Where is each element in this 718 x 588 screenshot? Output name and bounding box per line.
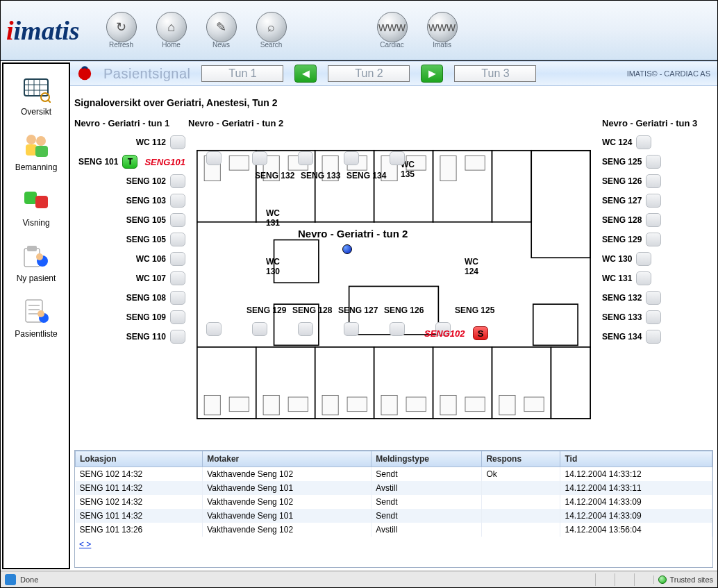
svg-rect-62 <box>440 395 456 414</box>
imatis-icon: www <box>427 12 458 42</box>
svg-rect-58 <box>322 395 338 414</box>
side-ny-pasient-icon <box>19 240 53 271</box>
room-status-chip[interactable] <box>646 174 661 188</box>
column-head-left: Nevro - Geriatri - tun 1 <box>74 118 185 128</box>
room-status-chip[interactable] <box>170 310 185 324</box>
room-status-chip[interactable] <box>646 213 661 227</box>
room-status-chip[interactable] <box>170 135 185 149</box>
fp-chip-6[interactable] <box>206 322 222 336</box>
news-icon: ✎ <box>206 12 237 42</box>
fp-room-seng129: SENG 129 <box>247 305 286 315</box>
col-lokasjon[interactable]: Lokasjon <box>76 451 203 467</box>
room-status-chip[interactable] <box>636 135 651 149</box>
fp-chip-10[interactable] <box>390 322 405 336</box>
fp-room-seng134: SENG 134 <box>347 171 386 180</box>
room-status-chip[interactable] <box>170 252 185 266</box>
room-status-chip[interactable]: T <box>122 155 137 169</box>
fp-chip-3[interactable] <box>298 151 313 165</box>
col-tid[interactable]: Tid <box>560 451 712 467</box>
floorplan-svg <box>188 118 599 446</box>
side-ny-pasient[interactable]: Ny pasient <box>17 240 56 283</box>
room-status-chip[interactable] <box>170 233 185 246</box>
room-row: SENG 109 <box>74 308 185 327</box>
tun-1-box[interactable]: Tun 1 <box>201 65 283 82</box>
svg-rect-15 <box>27 246 37 251</box>
room-status-chip[interactable] <box>170 194 185 208</box>
top-refresh-button[interactable]: ↻Refresh <box>101 12 142 49</box>
room-status-chip[interactable] <box>636 252 651 266</box>
room-label: SENG 101 <box>78 157 118 167</box>
side-visning[interactable]: Visning <box>19 185 53 228</box>
table-row[interactable]: SENG 102 14:32Vakthavende Seng 102Sendt1… <box>76 495 712 509</box>
column-tun-3: Nevro - Geriatri - tun 3 WC 124SENG 125S… <box>602 118 713 446</box>
fp-alert-right-chip[interactable]: S <box>473 326 488 340</box>
room-status-chip[interactable] <box>646 233 661 246</box>
col-meldingstype[interactable]: Meldingstype <box>371 451 482 467</box>
room-row: WC 124 <box>602 133 713 152</box>
top-search-button[interactable]: ⌕Search <box>251 12 292 49</box>
room-label: SENG 128 <box>602 215 642 225</box>
room-status-chip[interactable] <box>636 271 651 285</box>
room-status-chip[interactable] <box>170 271 185 285</box>
fp-chip-2[interactable] <box>252 151 267 165</box>
top-home-button[interactable]: ⌂Home <box>151 12 192 49</box>
room-row: SENG 108 <box>74 288 185 308</box>
svg-rect-11 <box>35 146 48 157</box>
fp-chip-5[interactable] <box>390 151 405 165</box>
room-label: SENG 126 <box>602 176 642 186</box>
table-row[interactable]: SENG 101 13:26Vakthavende Seng 102Avstil… <box>76 523 712 537</box>
event-pane[interactable]: LokasjonMotakerMeldingstypeResponsTid SE… <box>74 450 713 568</box>
column-head-right: Nevro - Geriatri - tun 3 <box>602 118 713 128</box>
side-oversikt[interactable]: Oversikt <box>19 74 53 117</box>
room-status-chip[interactable] <box>646 291 661 305</box>
room-status-chip[interactable] <box>646 330 661 344</box>
room-label: SENG 105 <box>126 235 166 244</box>
top-imatis-button[interactable]: wwwImatis <box>421 12 463 49</box>
top-buttons: ↻Refresh⌂Home✎News⌕SearchwwwCardiacwwwIm… <box>101 12 463 49</box>
status-done: Done <box>20 576 38 584</box>
side-pasientliste[interactable]: Pasientliste <box>15 296 57 339</box>
room-status-chip[interactable] <box>170 213 185 227</box>
tun-next-arrow[interactable]: ► <box>421 65 443 83</box>
room-status-chip[interactable] <box>646 310 661 324</box>
event-more-link[interactable]: < > <box>75 537 712 552</box>
fp-chip-7[interactable] <box>252 322 267 336</box>
topbar: iimatis ↻Refresh⌂Home✎News⌕SearchwwwCard… <box>1 1 717 60</box>
col-motaker[interactable]: Motaker <box>203 451 371 467</box>
room-row: WC 106 <box>74 249 185 269</box>
fp-chip-4[interactable] <box>344 151 359 165</box>
room-status-chip[interactable] <box>170 291 185 305</box>
room-row: SENG 101TSENG101 <box>74 152 185 171</box>
room-row: SENG 129 <box>602 230 713 249</box>
table-row[interactable]: SENG 101 14:32Vakthavende Seng 101Avstil… <box>76 481 712 495</box>
status-cell <box>634 573 649 586</box>
tun-2-box[interactable]: Tun 2 <box>328 65 410 82</box>
tun-prev-arrow[interactable]: ◄ <box>294 65 317 83</box>
svg-point-8 <box>26 135 36 144</box>
trusted-icon <box>658 576 667 584</box>
col-respons[interactable]: Respons <box>482 451 560 467</box>
room-status-chip[interactable] <box>646 194 661 208</box>
fp-room-seng133: SENG 133 <box>301 171 340 180</box>
room-label: SENG 108 <box>126 293 166 303</box>
table-row[interactable]: SENG 102 14:32Vakthavende Seng 102SendtO… <box>76 467 712 482</box>
room-row: SENG 133 <box>602 308 713 327</box>
fp-chip-9[interactable] <box>344 322 359 336</box>
top-news-button[interactable]: ✎News <box>201 12 242 49</box>
tun-3-box[interactable]: Tun 3 <box>454 65 536 82</box>
table-row[interactable]: SENG 101 14:32Vakthavende Seng 101Sendt1… <box>76 509 712 523</box>
svg-point-10 <box>36 136 46 146</box>
room-row: SENG 105 <box>74 230 185 249</box>
room-row: SENG 103 <box>74 191 185 210</box>
fp-chip-8[interactable] <box>298 322 313 336</box>
room-status-chip[interactable] <box>646 155 661 169</box>
side-oversikt-icon <box>19 74 53 104</box>
pasientsignal-bar: Pasientsignal Tun 1 ◄ Tun 2 ► Tun 3 IMAT… <box>70 61 717 86</box>
side-bemanning[interactable]: Bemanning <box>15 129 58 172</box>
top-cardiac-button[interactable]: wwwCardiac <box>371 12 413 49</box>
overview-row: Nevro - Geriatri - tun 1 WC 112SENG 101T… <box>74 118 713 446</box>
fp-chip-1[interactable] <box>206 151 222 165</box>
room-status-chip[interactable] <box>170 330 185 344</box>
svg-rect-54 <box>204 395 220 414</box>
room-status-chip[interactable] <box>170 174 185 188</box>
